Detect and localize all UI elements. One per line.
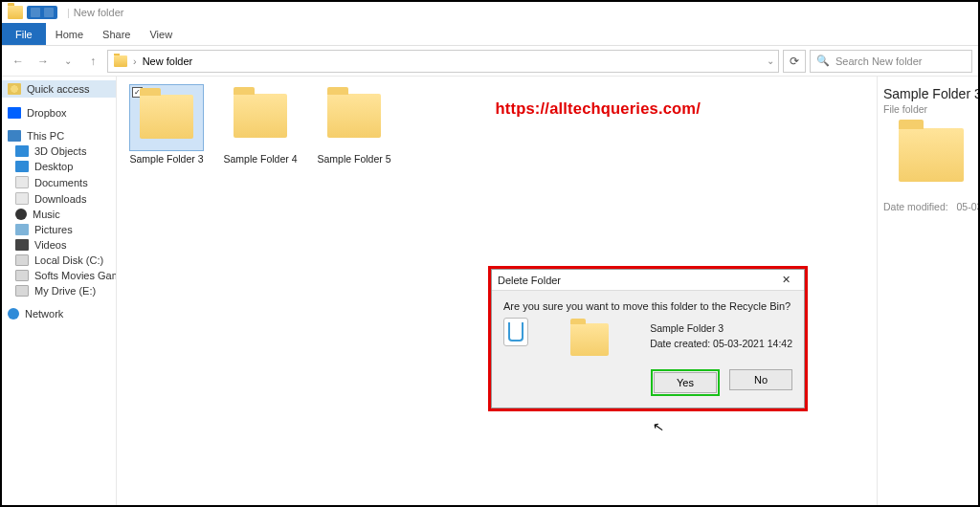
dialog-date-created: Date created: 05-03-2021 14:42 — [650, 337, 792, 352]
ribbon-file-tab[interactable]: File — [2, 23, 46, 45]
address-dropdown-icon[interactable]: ⌄ — [767, 55, 774, 66]
dialog-close-button[interactable]: ✕ — [773, 274, 798, 286]
desktop-icon — [15, 161, 29, 172]
sidebar-local-disk-c[interactable]: Local Disk (C:) — [2, 253, 116, 268]
videos-icon — [15, 239, 29, 251]
ribbon-tab-home[interactable]: Home — [46, 23, 93, 45]
disk-icon — [15, 270, 29, 281]
sidebar-dropbox[interactable]: Dropbox — [2, 105, 116, 121]
sidebar-network[interactable]: Network — [2, 306, 116, 321]
sidebar-quick-access[interactable]: Quick access — [2, 80, 116, 98]
address-bar[interactable]: › New folder ⌄ — [107, 50, 779, 73]
folder-label: Sample Folder 4 — [220, 153, 301, 165]
network-icon — [8, 308, 19, 320]
cube-icon — [15, 145, 29, 157]
nav-up-button[interactable]: ↑ — [82, 51, 103, 72]
quick-access-toolbar[interactable] — [27, 6, 57, 19]
pictures-icon — [15, 224, 29, 235]
ribbon-tab-share[interactable]: Share — [93, 23, 140, 45]
folder-icon — [327, 94, 381, 138]
folder-item[interactable]: Sample Folder 4 — [220, 84, 301, 165]
details-pane: Sample Folder 3 File folder Date modifie… — [877, 77, 978, 505]
folder-icon — [114, 55, 127, 67]
sidebar-softs-drive[interactable]: Softs Movies Games — [2, 268, 116, 283]
window-titlebar: | New folder — [2, 2, 978, 23]
titlebar-sep: | — [67, 7, 70, 18]
nav-pane: Quick access Dropbox This PC 3D Objects … — [2, 77, 117, 505]
annotation-highlight-yes: Yes — [651, 369, 720, 396]
app-icon — [8, 6, 23, 19]
dropbox-icon — [8, 107, 21, 119]
sidebar-downloads[interactable]: Downloads — [2, 190, 116, 207]
details-modified-value: 05-03-20 — [956, 201, 978, 212]
folder-label: Sample Folder 5 — [314, 153, 394, 165]
nav-forward-button[interactable]: → — [33, 51, 54, 72]
nav-history-button[interactable]: ⌄ — [57, 51, 78, 72]
disk-icon — [15, 254, 29, 266]
folder-icon — [234, 94, 287, 138]
folder-icon — [899, 128, 964, 182]
folder-icon — [140, 95, 193, 139]
ribbon-tab-view[interactable]: View — [140, 23, 182, 45]
music-icon — [15, 209, 27, 220]
sidebar-quick-access-label: Quick access — [27, 83, 89, 95]
window-title: New folder — [74, 7, 124, 18]
dialog-question: Are you sure you want to move this folde… — [503, 300, 792, 312]
folder-label: Sample Folder 3 — [126, 153, 207, 165]
download-icon — [15, 192, 29, 205]
sidebar-documents[interactable]: Documents — [2, 174, 116, 190]
sidebar-desktop[interactable]: Desktop — [2, 159, 116, 174]
dialog-title: Delete Folder — [498, 275, 561, 286]
sidebar-my-drive-e[interactable]: My Drive (E:) — [2, 283, 116, 298]
ribbon: File Home Share View — [2, 23, 978, 46]
address-row: ← → ⌄ ↑ › New folder ⌄ ⟳ 🔍 Search New fo… — [2, 46, 978, 77]
sidebar-this-pc[interactable]: This PC — [2, 128, 116, 143]
refresh-button[interactable]: ⟳ — [783, 50, 806, 73]
nav-back-button[interactable]: ← — [8, 51, 29, 72]
items-view[interactable]: https://alltechqueries.com/ ✓ Sample Fol… — [117, 77, 877, 505]
folder-icon — [570, 323, 609, 356]
document-icon — [15, 176, 29, 188]
dialog-yes-button[interactable]: Yes — [654, 372, 717, 393]
pc-icon — [8, 130, 21, 142]
sidebar-videos[interactable]: Videos — [2, 237, 116, 253]
details-type: File folder — [883, 103, 972, 115]
star-icon — [8, 83, 21, 95]
breadcrumb-current[interactable]: New folder — [143, 55, 193, 67]
disk-icon — [15, 285, 29, 297]
dialog-no-button[interactable]: No — [729, 369, 792, 390]
details-title: Sample Folder 3 — [883, 86, 972, 101]
breadcrumb-chevron-icon: › — [133, 55, 137, 67]
dialog-item-name: Sample Folder 3 — [650, 321, 792, 337]
search-box[interactable]: 🔍 Search New folder — [810, 50, 972, 73]
sidebar-3d-objects[interactable]: 3D Objects — [2, 143, 116, 159]
annotation-highlight: Delete Folder ✕ Are you sure you want to… — [488, 266, 808, 411]
details-modified-label: Date modified: — [883, 201, 948, 212]
sidebar-pictures[interactable]: Pictures — [2, 222, 116, 237]
watermark-url: https://alltechqueries.com/ — [496, 99, 701, 118]
cursor-icon: ↖ — [652, 418, 666, 435]
folder-item[interactable]: Sample Folder 5 — [314, 84, 394, 165]
search-placeholder: Search New folder — [835, 55, 923, 67]
delete-folder-dialog: Delete Folder ✕ Are you sure you want to… — [491, 269, 805, 408]
search-icon: 🔍 — [816, 55, 830, 67]
folder-item[interactable]: ✓ Sample Folder 3 — [126, 84, 207, 165]
sidebar-music[interactable]: Music — [2, 207, 116, 222]
recycle-bin-icon — [503, 318, 528, 346]
